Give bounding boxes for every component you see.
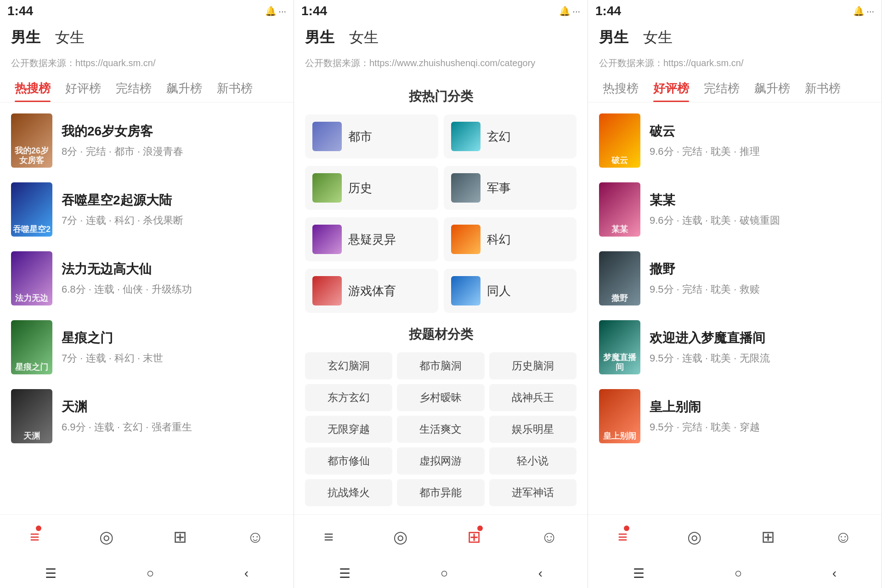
topic-chip[interactable]: 进军神话 [489, 479, 577, 506]
category-card[interactable]: 同人 [444, 269, 577, 313]
topic-chip[interactable]: 玄幻脑洞 [305, 352, 392, 379]
menu-button[interactable]: ☰ [45, 566, 57, 581]
book-title: 我的26岁女房客 [62, 123, 283, 140]
book-meta: 8分 · 完结 · 都市 · 浪漫青春 [62, 145, 283, 158]
nav-item-0[interactable]: ≡ [324, 527, 334, 547]
menu-button[interactable]: ☰ [339, 566, 351, 581]
gender-tab[interactable]: 男生 [305, 28, 334, 50]
category-card[interactable]: 科幻 [444, 217, 577, 261]
category-row: 都市 玄幻 [294, 111, 588, 162]
chart-tab[interactable]: 热搜榜 [595, 75, 646, 102]
nav-item-2[interactable]: ⊞ [467, 527, 481, 547]
back-button[interactable]: ‹ [538, 566, 543, 581]
back-button[interactable]: ‹ [244, 566, 249, 581]
book-info: 星痕之门 7分 · 连载 · 科幻 · 末世 [62, 329, 283, 365]
list-item[interactable]: 皇上别闹 皇上别闹 9.5分 · 完结 · 耽美 · 穿越 [588, 382, 882, 451]
topic-chip[interactable]: 虚拟网游 [397, 447, 484, 475]
nav-item-1[interactable]: ◎ [99, 527, 113, 547]
book-info: 法力无边高大仙 6.8分 · 连载 · 仙侠 · 升级练功 [62, 260, 283, 296]
topic-chip[interactable]: 都市修仙 [305, 447, 392, 475]
topic-chip[interactable]: 都市脑洞 [397, 352, 484, 379]
book-info: 皇上别闹 9.5分 · 完结 · 耽美 · 穿越 [650, 398, 871, 434]
nav-item-0[interactable]: ≡ [618, 527, 628, 547]
topic-chip[interactable]: 无限穿越 [305, 416, 392, 443]
topic-chip[interactable]: 轻小说 [489, 447, 577, 475]
category-card[interactable]: 军事 [444, 166, 577, 210]
list-item[interactable]: 我的26岁女房客 我的26岁女房客 8分 · 完结 · 都市 · 浪漫青春 [0, 106, 294, 175]
chart-tab[interactable]: 热搜榜 [7, 75, 58, 102]
list-item[interactable]: 法力无边 法力无边高大仙 6.8分 · 连载 · 仙侠 · 升级练功 [0, 244, 294, 313]
book-meta: 6.8分 · 连载 · 仙侠 · 升级练功 [62, 283, 283, 296]
status-icons: 🔔 ··· [853, 6, 874, 17]
gender-tab[interactable]: 女生 [643, 28, 673, 50]
notification-icon: 🔔 [853, 6, 865, 17]
category-card[interactable]: 玄幻 [444, 114, 577, 158]
topic-section-title: 按题材分类 [294, 317, 588, 349]
list-item[interactable]: 某某 某某 9.6分 · 连载 · 耽美 · 破镜重圆 [588, 175, 882, 244]
chart-tab[interactable]: 完结榜 [108, 75, 159, 102]
status-icons: 🔔 ··· [559, 6, 580, 17]
gender-tab[interactable]: 男生 [599, 28, 628, 50]
category-card[interactable]: 悬疑灵异 [305, 217, 438, 261]
topic-chip[interactable]: 都市异能 [397, 479, 484, 506]
list-item[interactable]: 星痕之门 星痕之门 7分 · 连载 · 科幻 · 末世 [0, 313, 294, 382]
panel-1: 1:44 🔔 ··· 男生女生 公开数据来源：https://quark.sm.… [0, 0, 294, 588]
category-name: 玄幻 [487, 129, 511, 145]
sys-nav: ☰ ○ ‹ [0, 559, 294, 588]
topic-chip[interactable]: 生活爽文 [397, 416, 484, 443]
chart-tab[interactable]: 新书榜 [209, 75, 260, 102]
more-icon: ··· [278, 6, 286, 17]
home-button[interactable]: ○ [735, 566, 742, 581]
category-card[interactable]: 都市 [305, 114, 438, 158]
list-item[interactable]: 撒野 撒野 9.5分 · 完结 · 耽美 · 救赎 [588, 244, 882, 313]
topic-chip[interactable]: 战神兵王 [489, 384, 577, 411]
home-button[interactable]: ○ [147, 566, 154, 581]
book-info: 某某 9.6分 · 连载 · 耽美 · 破镜重圆 [650, 192, 871, 227]
nav-item-2[interactable]: ⊞ [173, 527, 187, 547]
chart-tab[interactable]: 完结榜 [696, 75, 747, 102]
book-cover: 撒野 [599, 251, 640, 305]
book-info: 吞噬星空2起源大陆 7分 · 连载 · 科幻 · 杀伐果断 [62, 192, 283, 227]
chart-tab[interactable]: 飙升榜 [747, 75, 797, 102]
list-item[interactable]: 梦魔直播间 欢迎进入梦魔直播间 9.5分 · 连载 · 耽美 · 无限流 [588, 313, 882, 382]
list-item[interactable]: 破云 破云 9.6分 · 完结 · 耽美 · 推理 [588, 106, 882, 175]
book-list[interactable]: 破云 破云 9.6分 · 完结 · 耽美 · 推理 某某 某某 9.6分 · 连… [588, 102, 882, 514]
topic-chip[interactable]: 娱乐明星 [489, 416, 577, 443]
status-bar: 1:44 🔔 ··· [0, 0, 294, 22]
gender-tab[interactable]: 女生 [55, 28, 85, 50]
chart-tab[interactable]: 飙升榜 [159, 75, 209, 102]
book-title: 天渊 [62, 398, 283, 416]
nav-item-1[interactable]: ◎ [393, 527, 407, 547]
nav-item-3[interactable]: ☺ [835, 527, 852, 547]
book-info: 撒野 9.5分 · 完结 · 耽美 · 救赎 [650, 260, 871, 296]
category-card[interactable]: 历史 [305, 166, 438, 210]
book-meta: 9.6分 · 连载 · 耽美 · 破镜重圆 [650, 214, 871, 227]
menu-button[interactable]: ☰ [633, 566, 645, 581]
back-button[interactable]: ‹ [832, 566, 837, 581]
chart-tab[interactable]: 好评榜 [58, 75, 108, 102]
category-thumb [451, 276, 481, 305]
nav-item-2[interactable]: ⊞ [761, 527, 775, 547]
nav-item-3[interactable]: ☺ [247, 527, 264, 547]
nav-icon-0: ≡ [324, 527, 334, 547]
list-item[interactable]: 天渊 天渊 6.9分 · 连载 · 玄幻 · 强者重生 [0, 382, 294, 451]
book-list[interactable]: 我的26岁女房客 我的26岁女房客 8分 · 完结 · 都市 · 浪漫青春 吞噬… [0, 102, 294, 514]
topic-chip[interactable]: 历史脑洞 [489, 352, 577, 379]
nav-icon-1: ◎ [99, 527, 113, 547]
nav-item-0[interactable]: ≡ [30, 527, 40, 547]
gender-tab[interactable]: 男生 [11, 28, 40, 50]
topic-chip[interactable]: 抗战烽火 [305, 479, 392, 506]
nav-item-3[interactable]: ☺ [541, 527, 558, 547]
chart-tab[interactable]: 新书榜 [797, 75, 848, 102]
category-card[interactable]: 游戏体育 [305, 269, 438, 313]
topic-chip[interactable]: 乡村暧昧 [397, 384, 484, 411]
topic-chip[interactable]: 东方玄幻 [305, 384, 392, 411]
data-source: 公开数据来源：https://quark.sm.cn/ [588, 55, 882, 75]
nav-item-1[interactable]: ◎ [687, 527, 701, 547]
list-item[interactable]: 吞噬星空2 吞噬星空2起源大陆 7分 · 连载 · 科幻 · 杀伐果断 [0, 175, 294, 244]
category-scroll[interactable]: 按热门分类 都市 玄幻 历史 军事 [294, 75, 588, 514]
chart-tab[interactable]: 好评榜 [646, 75, 696, 102]
category-name: 悬疑灵异 [348, 232, 396, 248]
gender-tab[interactable]: 女生 [349, 28, 379, 50]
home-button[interactable]: ○ [441, 566, 448, 581]
